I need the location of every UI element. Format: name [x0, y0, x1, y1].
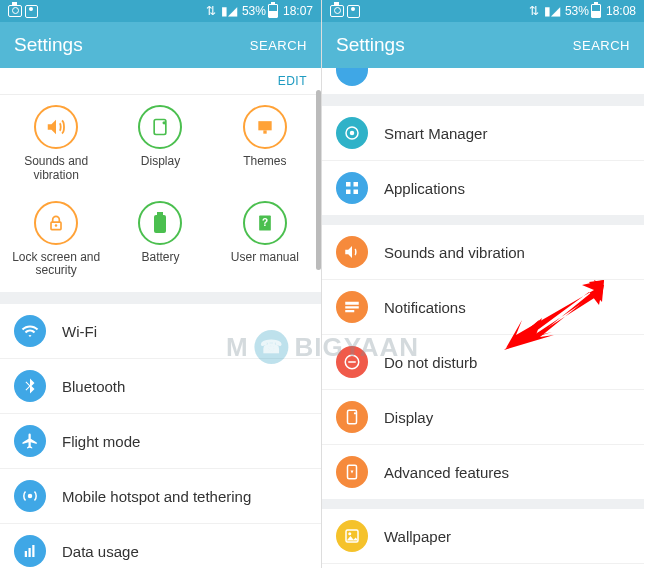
appbar: Settings SEARCH — [322, 22, 644, 68]
hotspot-icon — [14, 480, 46, 512]
row-themes[interactable]: Themes — [322, 564, 644, 568]
applications-icon — [336, 172, 368, 204]
gallery-icon — [347, 5, 360, 18]
battery-icon — [138, 201, 182, 245]
row-label: Sounds and vibration — [384, 244, 525, 261]
appbar: Settings SEARCH — [0, 22, 321, 68]
row-label: Applications — [384, 180, 465, 197]
svg-rect-2 — [258, 121, 271, 130]
airplane-icon — [14, 425, 46, 457]
display-icon — [138, 105, 182, 149]
settings-list-a: Smart Manager Applications — [322, 106, 644, 215]
wifi-icon — [14, 315, 46, 347]
svg-point-10 — [28, 494, 33, 499]
edit-button[interactable]: EDIT — [0, 68, 321, 95]
row-applications[interactable]: Applications — [322, 161, 644, 215]
row-label: Wi-Fi — [62, 323, 97, 340]
quick-sounds-vibration[interactable]: Sounds and vibration — [4, 105, 108, 183]
search-button[interactable]: SEARCH — [250, 38, 307, 53]
advanced-features-icon — [336, 456, 368, 488]
quick-display[interactable]: Display — [108, 105, 212, 183]
quick-label: Lock screen and security — [6, 251, 106, 279]
status-bar: ⇅ ▮◢ 53% 18:08 — [322, 0, 644, 22]
row-label: Do not disturb — [384, 354, 477, 371]
battery-icon — [268, 4, 278, 18]
svg-rect-24 — [348, 361, 356, 363]
page-title: Settings — [14, 34, 83, 56]
row-label: Bluetooth — [62, 378, 125, 395]
row-label: Advanced features — [384, 464, 509, 481]
signal-icon: ▮◢ — [544, 4, 560, 18]
smart-manager-icon — [336, 117, 368, 149]
battery-icon — [591, 4, 601, 18]
search-button[interactable]: SEARCH — [573, 38, 630, 53]
quick-themes[interactable]: Themes — [213, 105, 317, 183]
svg-point-26 — [354, 412, 356, 414]
page-title: Settings — [336, 34, 405, 56]
svg-point-1 — [163, 121, 166, 124]
row-wallpaper[interactable]: Wallpaper — [322, 509, 644, 564]
row-smart-manager[interactable]: Smart Manager — [322, 106, 644, 161]
status-bar: ⇅ ▮◢ 53% 18:07 — [0, 0, 321, 22]
list-item-peek[interactable] — [322, 68, 644, 94]
peek-icon — [336, 68, 368, 86]
row-display[interactable]: Display — [322, 390, 644, 445]
svg-rect-16 — [346, 182, 351, 187]
battery-percent: 53% — [242, 4, 266, 18]
row-label: Flight mode — [62, 433, 140, 450]
svg-rect-7 — [157, 212, 163, 215]
row-label: Data usage — [62, 543, 139, 560]
row-hotspot[interactable]: Mobile hotspot and tethering — [0, 469, 321, 524]
quick-battery[interactable]: Battery — [108, 201, 212, 279]
clock: 18:07 — [283, 4, 313, 18]
row-label: Wallpaper — [384, 528, 451, 545]
row-notifications[interactable]: Notifications — [322, 280, 644, 335]
row-data-usage[interactable]: Data usage — [0, 524, 321, 568]
manual-icon: ? — [243, 201, 287, 245]
signal-icon: ▮◢ — [221, 4, 237, 18]
svg-rect-11 — [25, 551, 27, 557]
wifi-icon: ⇅ — [529, 4, 539, 18]
phone-right: ⇅ ▮◢ 53% 18:08 Settings SEARCH Smart Man… — [322, 0, 644, 568]
svg-rect-21 — [345, 306, 359, 308]
row-do-not-disturb[interactable]: Do not disturb — [322, 335, 644, 390]
svg-point-5 — [55, 224, 58, 227]
row-bluetooth[interactable]: Bluetooth — [0, 359, 321, 414]
settings-list: Wi-Fi Bluetooth Flight mode Mobile hotsp… — [0, 304, 321, 568]
svg-rect-3 — [263, 130, 266, 133]
row-sounds-vibration[interactable]: Sounds and vibration — [322, 225, 644, 280]
quick-lock-security[interactable]: Lock screen and security — [4, 201, 108, 279]
phone-left: ⇅ ▮◢ 53% 18:07 Settings SEARCH EDIT Soun… — [0, 0, 322, 568]
notifications-icon — [336, 291, 368, 323]
gallery-icon — [25, 5, 38, 18]
quick-user-manual[interactable]: ? User manual — [213, 201, 317, 279]
camera-icon — [330, 5, 344, 17]
row-label: Mobile hotspot and tethering — [62, 488, 251, 505]
row-advanced-features[interactable]: Advanced features — [322, 445, 644, 499]
row-flight-mode[interactable]: Flight mode — [0, 414, 321, 469]
row-label: Notifications — [384, 299, 466, 316]
lock-icon — [34, 201, 78, 245]
dnd-icon — [336, 346, 368, 378]
clock: 18:08 — [606, 4, 636, 18]
svg-rect-17 — [354, 182, 359, 187]
svg-text:?: ? — [262, 217, 268, 228]
quick-label: Sounds and vibration — [6, 155, 106, 183]
scrollbar[interactable] — [316, 90, 321, 270]
data-usage-icon — [14, 535, 46, 567]
quick-label: Battery — [141, 251, 179, 265]
themes-icon — [243, 105, 287, 149]
volume-icon — [34, 105, 78, 149]
row-label: Smart Manager — [384, 125, 487, 142]
row-wifi[interactable]: Wi-Fi — [0, 304, 321, 359]
svg-point-29 — [348, 532, 351, 535]
svg-rect-22 — [345, 310, 354, 312]
svg-rect-18 — [346, 190, 351, 195]
settings-list-c: Wallpaper Themes Home screen Lock screen… — [322, 509, 644, 568]
svg-rect-6 — [154, 215, 166, 233]
bluetooth-icon — [14, 370, 46, 402]
svg-rect-20 — [345, 302, 359, 305]
svg-rect-13 — [32, 545, 34, 557]
quick-label: Display — [141, 155, 180, 169]
svg-rect-19 — [354, 190, 359, 195]
